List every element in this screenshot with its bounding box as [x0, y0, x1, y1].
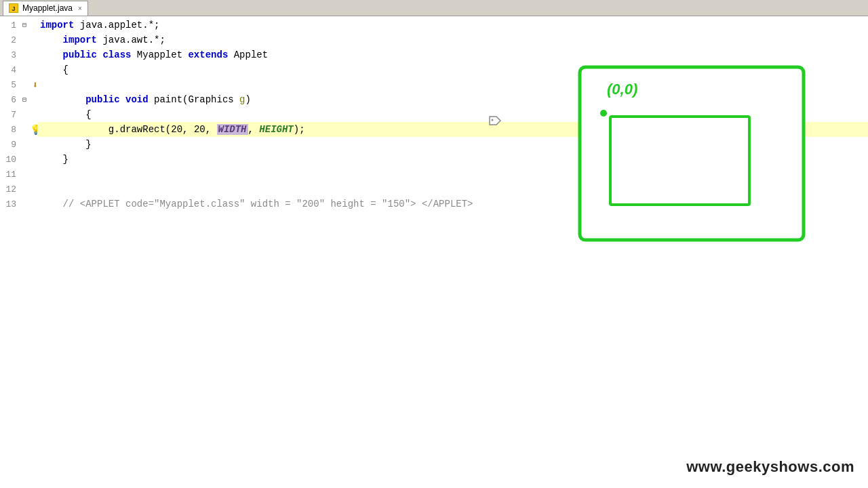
line-num-4: 4: [0, 65, 19, 75]
gutter-row-4: 4: [0, 62, 37, 77]
gutter-row-8: 8 💡: [0, 122, 37, 137]
line-num-11: 11: [0, 169, 19, 180]
code-area[interactable]: import java.applet.*; import java.awt.*;…: [37, 16, 868, 488]
line-num-10: 10: [0, 155, 19, 165]
line-num-7: 7: [0, 110, 19, 120]
width-param: WIDTH: [217, 124, 248, 135]
gutter-row-3: 3: [0, 47, 37, 62]
tab-bar: J Myapplet.java ×: [0, 0, 868, 16]
code-line-2: import java.awt.*;: [37, 33, 868, 47]
gutter-row-11: 11: [0, 167, 37, 182]
gutter-row-13: 13: [0, 197, 37, 211]
gutter-row-6: 6 ⊟: [0, 92, 37, 107]
code-line-6: public void paint(Graphics g): [37, 92, 868, 107]
tab-file-icon: J: [9, 3, 18, 13]
line-num-1: 1: [0, 20, 19, 30]
comment-applet: // <APPLET code="Myapplet.class" width =…: [40, 199, 473, 209]
fold-icon-11: [19, 169, 30, 180]
fold-icon-4: [19, 64, 30, 75]
line-num-8: 8: [0, 125, 19, 135]
fold-icon-2: [19, 35, 30, 45]
code-line-7: {: [37, 107, 868, 122]
code-line-13: // <APPLET code="Myapplet.class" width =…: [37, 197, 868, 211]
line-num-5: 5: [0, 80, 19, 90]
gutter-row-12: 12: [0, 182, 37, 197]
watermark: www.geekyshows.com: [686, 458, 854, 476]
height-param: HEIGHT: [259, 124, 293, 135]
fold-icon-9: [19, 139, 30, 150]
keyword-class-3: class: [102, 49, 131, 60]
keyword-void-6: void: [125, 94, 149, 105]
tab-label: Myapplet.java: [22, 3, 73, 13]
code-line-5: [37, 77, 868, 92]
param-g: g: [234, 94, 245, 105]
code-line-10: }: [37, 152, 868, 167]
fold-icon-7: [19, 109, 30, 120]
num-20-2: 20: [194, 124, 205, 135]
gutter-row-1: 1 ⊟: [0, 18, 37, 33]
class-graphics: Graphics: [188, 94, 233, 105]
method-paint: paint: [154, 94, 182, 105]
tab-myapplet[interactable]: J Myapplet.java ×: [3, 1, 88, 16]
code-line-1: import java.applet.*;: [37, 18, 868, 33]
code-line-9: }: [37, 137, 868, 152]
line-num-9: 9: [0, 140, 19, 150]
fold-icon-5: [19, 79, 30, 90]
gutter-row-5: 5 ⬇: [0, 77, 37, 92]
keyword-import-1: import: [40, 20, 74, 30]
gutter-row-2: 2: [0, 33, 37, 47]
gutter-row-10: 10: [0, 152, 37, 167]
code-line-8: g.drawRect(20, 20, WIDTH, HEIGHT);: [37, 122, 868, 137]
line-num-2: 2: [0, 35, 19, 45]
fold-icon-8: [19, 124, 30, 135]
line-num-13: 13: [0, 199, 19, 209]
num-20-1: 20: [171, 124, 182, 135]
line-num-12: 12: [0, 184, 19, 195]
keyword-public-3: public: [63, 49, 97, 60]
code-line-4: {: [37, 62, 868, 77]
fold-icon-3: [19, 49, 30, 60]
keyword-import-2: import: [63, 35, 97, 45]
code-line-12: [37, 182, 868, 197]
code-line-3: public class Myapplet extends Applet: [37, 47, 868, 62]
tab-close-button[interactable]: ×: [78, 5, 82, 12]
gutter-row-7: 7: [0, 107, 37, 122]
method-drawRect: drawRect: [120, 124, 165, 135]
fold-icon-12: [19, 184, 30, 195]
keyword-public-6: public: [85, 94, 119, 105]
editor-area: 1 ⊟ 2 3 4 5 ⬇ 6 ⊟: [0, 16, 868, 488]
line-gutter: 1 ⊟ 2 3 4 5 ⬇ 6 ⊟: [0, 16, 37, 488]
line-num-3: 3: [0, 50, 19, 60]
line-num-6: 6: [0, 95, 19, 105]
fold-icon-10: [19, 154, 30, 165]
fold-icon-6[interactable]: ⊟: [19, 94, 30, 105]
gutter-row-9: 9: [0, 137, 37, 152]
fold-icon-1[interactable]: ⊟: [19, 20, 30, 30]
fold-icon-13: [19, 199, 30, 209]
code-line-11: [37, 167, 868, 182]
keyword-extends-3: extends: [188, 49, 228, 60]
